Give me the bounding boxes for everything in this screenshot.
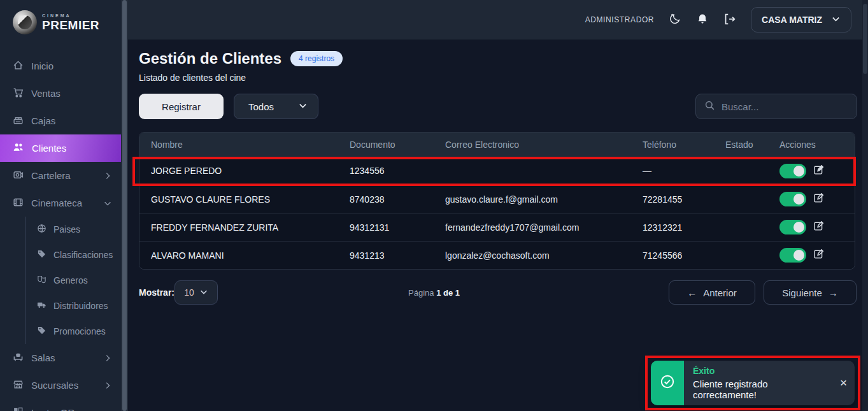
sidebar-item-label: Distribuidores: [53, 301, 108, 311]
sidebar-item-label: Cajas: [31, 115, 55, 126]
sidebar-item-ventas[interactable]: Ventas: [0, 80, 121, 107]
sidebar-item-label: Cinemateca: [31, 198, 82, 208]
sidebar-item-label: Sucursales: [31, 380, 78, 391]
cell-name: ALVARO MAMANI: [139, 250, 338, 261]
chevron-right-icon: [103, 171, 112, 180]
col-header-documento: Documento: [338, 140, 434, 150]
chevron-right-icon: [103, 354, 112, 363]
register-button[interactable]: Registrar: [139, 94, 224, 119]
sidebar-item-clasificaciones[interactable]: Clasificaciones: [25, 242, 121, 268]
sidebar-item-paises[interactable]: Paises: [25, 217, 121, 242]
records-count-badge: 4 registros: [290, 51, 343, 66]
table-row[interactable]: FREDDY FERNANDEZ ZURITA 94312131 fernand…: [139, 213, 855, 241]
page-subtitle: Listado de clientes del cine: [139, 73, 246, 83]
sidebar-item-distribuidores[interactable]: Distribuidores: [25, 293, 121, 319]
table-row[interactable]: GUSTAVO CLAURE FLORES 8740238 gustavo.cl…: [139, 185, 855, 213]
cell-phone: 12312321: [631, 222, 714, 233]
close-icon: ×: [840, 376, 847, 389]
sidebar-item-label: Paises: [53, 224, 80, 234]
sidebar-item-label: Cartelera: [31, 170, 71, 181]
edit-button[interactable]: [813, 220, 825, 234]
sidebar-item-label: Salas: [31, 352, 55, 363]
col-header-nombre: Nombre: [139, 140, 338, 150]
sidebar-item-label: Generos: [53, 275, 88, 285]
sidebar-item-inicio[interactable]: Inicio: [0, 52, 121, 80]
table-row[interactable]: JORGE PEREDO 1234556 —: [139, 157, 855, 185]
brand-logo-icon: [13, 10, 37, 34]
chevron-down-icon: [298, 101, 308, 112]
sidebar-item-cajas[interactable]: Cajas: [0, 107, 121, 134]
tag-icon: [37, 249, 46, 261]
store-icon: [13, 379, 24, 392]
success-toast: Éxito Cliente registrado correctamente! …: [651, 361, 855, 405]
cell-document: 9431213: [338, 250, 434, 261]
page-scrollbar[interactable]: [862, 0, 868, 411]
sidebar-item-label: Lector QR: [31, 407, 75, 411]
cell-email: fernandezfreddy1707@gmail.com: [434, 222, 631, 233]
logout-icon: [723, 12, 737, 28]
search-input[interactable]: [722, 101, 849, 112]
active-toggle[interactable]: [779, 248, 806, 263]
sidebar-item-label: Promociones: [53, 326, 106, 336]
sidebar-item-label: Ventas: [31, 88, 60, 99]
sidebar-item-generos[interactable]: Generos: [25, 268, 121, 293]
toast-message: Cliente registrado correctamente!: [693, 379, 834, 400]
cell-document: 1234556: [338, 166, 434, 176]
sidebar-item-label: Inicio: [31, 61, 53, 71]
sidebar-item-cartelera[interactable]: Cartelera: [0, 162, 121, 189]
truck-icon: [37, 300, 46, 312]
search-icon: [704, 99, 716, 114]
cell-phone: —: [631, 166, 714, 176]
sidebar-item-cinemateca[interactable]: Cinemateca: [0, 189, 121, 217]
active-toggle[interactable]: [779, 192, 806, 206]
logout-button[interactable]: [723, 12, 737, 28]
cash-register-icon: [13, 115, 24, 127]
active-toggle[interactable]: [779, 220, 806, 234]
edit-icon: [813, 220, 825, 234]
notifications-button[interactable]: [696, 13, 709, 27]
previous-page-button[interactable]: ← Anterior: [669, 280, 755, 305]
toast-accent-bar: [651, 361, 684, 405]
filter-dropdown[interactable]: Todos: [234, 94, 318, 119]
page-number: 1 de 1: [436, 288, 460, 298]
previous-label: Anterior: [703, 287, 737, 298]
table-header: Nombre Documento Correo Electronico Telé…: [139, 133, 855, 157]
branch-selector[interactable]: CASA MATRIZ: [751, 7, 851, 32]
arrow-left-icon: ←: [687, 287, 697, 298]
sidebar-scrollbar[interactable]: [121, 0, 128, 411]
sidebar-item-salas[interactable]: Salas: [0, 344, 121, 371]
brand-logo: CINEMA PREMIER: [0, 0, 121, 43]
col-header-acciones: Acciones: [768, 140, 855, 150]
edit-icon: [813, 192, 825, 206]
next-page-button[interactable]: Siguiente →: [764, 280, 857, 305]
topbar: ADMINISTRADOR CASA MATRIZ: [128, 0, 868, 40]
active-toggle[interactable]: [779, 164, 806, 178]
chevron-down-icon: [103, 199, 112, 208]
cell-email: lgonzalez@cochasoft.com: [434, 250, 631, 261]
clients-table: Nombre Documento Correo Electronico Telé…: [139, 132, 855, 270]
user-role-label: ADMINISTRADOR: [585, 15, 654, 24]
cell-email: gustavo.claure.f@gmail.com: [434, 194, 631, 205]
sidebar-item-label: Clasificaciones: [53, 250, 113, 260]
cell-name: JORGE PEREDO: [139, 166, 338, 176]
sidebar-item-promociones[interactable]: Promociones: [25, 319, 121, 344]
cell-document: 94312131: [338, 222, 434, 233]
edit-button[interactable]: [813, 192, 825, 206]
masks-icon: [37, 275, 46, 286]
globe-icon: [37, 224, 46, 235]
sidebar-item-clientes[interactable]: Clientes: [0, 134, 121, 162]
app-root: CINEMA PREMIER Inicio Ventas Cajas Clien…: [0, 0, 868, 411]
sidebar-item-sucursales[interactable]: Sucursales: [0, 371, 121, 399]
home-icon: [13, 60, 24, 73]
cell-phone: 72281455: [631, 194, 714, 205]
sidebar-nav: Inicio Ventas Cajas Clientes Cartelera: [0, 52, 121, 411]
dark-mode-toggle[interactable]: [668, 12, 682, 28]
bell-icon: [696, 13, 709, 27]
edit-icon: [813, 248, 825, 263]
toast-close-button[interactable]: ×: [839, 376, 855, 390]
edit-button[interactable]: [813, 164, 825, 178]
next-label: Siguiente: [782, 287, 822, 298]
sidebar-item-lector-qr[interactable]: Lector QR: [0, 399, 121, 411]
edit-button[interactable]: [813, 248, 825, 263]
table-row[interactable]: ALVARO MAMANI 9431213 lgonzalez@cochasof…: [139, 241, 855, 269]
